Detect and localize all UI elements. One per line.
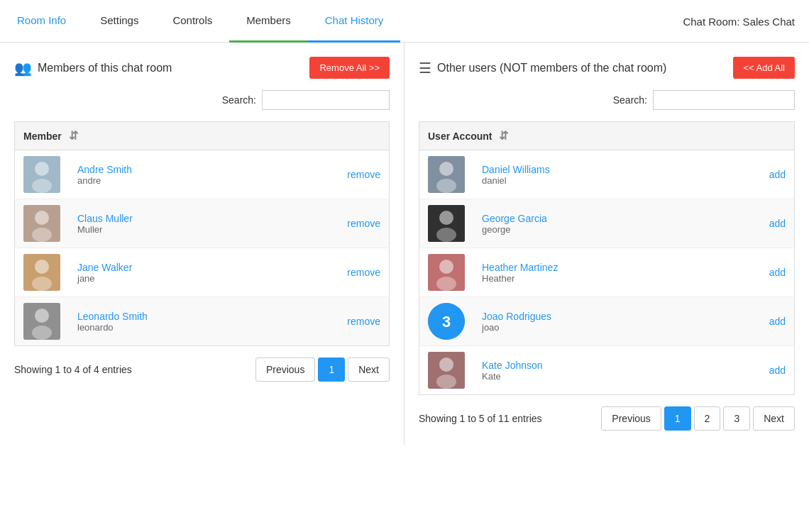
right-page-3-button[interactable]: 3 [723,406,750,431]
member-info-cell: Leonardo Smith leonardo [69,297,272,346]
member-info-cell: Andre Smith andre [69,150,272,199]
user-action-cell: add [709,248,795,297]
user-name[interactable]: Heather Martinez [482,262,700,273]
user-name[interactable]: Joao Rodrigues [482,311,700,322]
member-action-cell: remove [272,297,390,346]
svg-point-8 [32,277,52,291]
remove-member-link[interactable]: remove [347,316,380,327]
users-list-icon: ☰ [419,60,431,77]
user-avatar-cell [419,199,474,248]
add-user-link[interactable]: add [769,316,786,327]
user-action-column-header [709,122,795,150]
right-pagination-row: Showing 1 to 5 of 11 entries Previous 1 … [419,406,795,431]
member-info-cell: Jane Walker jane [69,248,272,297]
member-name[interactable]: Claus Muller [77,213,263,224]
user-info-cell: Kate Johnson Kate [473,346,709,395]
left-panel-title: Members of this chat room [38,62,172,74]
user-avatar-cell: 3 [419,297,474,346]
avatar [428,205,465,242]
avatar [428,254,465,291]
left-search-label: Search: [222,94,256,106]
remove-member-link[interactable]: remove [347,267,380,278]
table-row: Claus Muller Muller remove [15,199,390,248]
table-row: Jane Walker jane remove [15,248,390,297]
user-name[interactable]: Kate Johnson [482,360,700,371]
tab-members[interactable]: Members [229,0,308,43]
remove-member-link[interactable]: remove [347,169,380,180]
left-search-input[interactable] [262,90,390,110]
chat-room-label: Chat Room: Sales Chat [683,15,795,27]
table-row: Andre Smith andre remove [15,150,390,199]
main-layout: 👥 Members of this chat room Remove All >… [0,43,809,445]
table-row: Heather Martinez Heather add [419,248,795,297]
tab-room-info[interactable]: Room Info [0,0,83,43]
right-next-button[interactable]: Next [753,406,795,431]
member-name[interactable]: Leonardo Smith [77,311,263,322]
member-column-header: Member ⇵ [15,122,272,150]
left-next-button[interactable]: Next [348,358,390,382]
svg-point-1 [35,162,49,176]
right-panel: ☰ Other users (NOT members of the chat r… [404,43,809,445]
right-previous-button[interactable]: Previous [601,406,661,431]
remove-member-link[interactable]: remove [347,218,380,229]
user-name[interactable]: Daniel Williams [482,164,700,175]
user-action-cell: add [709,150,795,199]
right-pagination-controls: Previous 1 2 3 Next [601,406,795,431]
right-page-2-button[interactable]: 2 [694,406,721,431]
svg-point-16 [439,211,453,225]
right-pagination-info: Showing 1 to 5 of 11 entries [419,413,542,424]
svg-point-7 [35,260,49,274]
left-page-1-button[interactable]: 1 [318,358,345,382]
table-row: Daniel Williams daniel add [419,150,795,199]
member-sort-icon[interactable]: ⇵ [69,129,78,143]
user-name[interactable]: George Garcia [482,213,700,224]
user-action-cell: add [709,199,795,248]
svg-point-13 [439,162,453,176]
user-info-cell: George Garcia george [473,199,709,248]
svg-point-14 [436,179,456,193]
avatar [428,352,465,389]
right-page-1-button[interactable]: 1 [664,406,691,431]
member-name[interactable]: Andre Smith [77,164,263,175]
add-user-link[interactable]: add [769,169,786,180]
add-user-link[interactable]: add [769,218,786,229]
member-name[interactable]: Jane Walker [77,262,263,273]
avatar [428,156,465,193]
left-previous-button[interactable]: Previous [255,358,315,382]
add-user-link[interactable]: add [769,267,786,278]
member-action-cell: remove [272,248,390,297]
user-action-cell: add [709,297,795,346]
svg-point-20 [436,277,456,291]
member-action-cell: remove [272,199,390,248]
right-search-input[interactable] [653,90,795,110]
member-avatar-cell [15,199,70,248]
svg-point-4 [35,211,49,225]
left-panel-title-group: 👥 Members of this chat room [14,60,172,77]
user-username: george [482,224,700,235]
members-icon: 👥 [14,60,32,77]
left-pagination-info: Showing 1 to 4 of 4 entries [14,364,132,375]
remove-all-button[interactable]: Remove All >> [309,57,390,79]
tab-chat-history[interactable]: Chat History [308,0,401,43]
table-row: George Garcia george add [419,199,795,248]
user-sort-icon[interactable]: ⇵ [499,129,508,143]
user-avatar-cell [419,346,474,395]
svg-point-11 [32,326,52,340]
user-account-column-header: User Account ⇵ [419,122,709,150]
member-username: jane [77,273,263,284]
svg-point-24 [439,358,453,372]
user-avatar-cell [419,150,474,199]
right-search-label: Search: [613,94,647,106]
top-navigation: Room Info Settings Controls Members Chat… [0,0,809,43]
tab-settings[interactable]: Settings [83,0,155,43]
add-all-button[interactable]: << Add All [733,57,795,79]
svg-text:3: 3 [442,313,451,331]
user-info-cell: Joao Rodrigues joao [473,297,709,346]
tab-controls[interactable]: Controls [155,0,229,43]
member-info-cell: Claus Muller Muller [69,199,272,248]
left-panel-header: 👥 Members of this chat room Remove All >… [14,57,390,79]
svg-point-2 [32,179,52,193]
add-user-link[interactable]: add [769,365,786,376]
member-username: andre [77,175,263,186]
table-row: Leonardo Smith leonardo remove [15,297,390,346]
